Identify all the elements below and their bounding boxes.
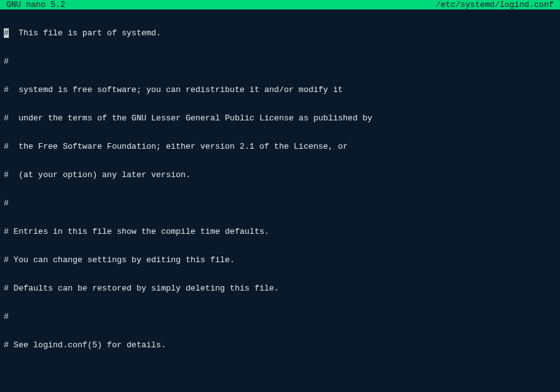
cursor-hash: # <box>4 28 9 38</box>
file-line[interactable]: # the Free Software Foundation; either v… <box>4 142 556 151</box>
file-line[interactable]: # systemd is free software; you can redi… <box>4 85 556 95</box>
comment-text: systemd is free software; you can redist… <box>9 85 343 95</box>
file-line[interactable]: # Defaults can be restored by simply del… <box>4 284 556 293</box>
file-line[interactable]: # <box>4 57 556 66</box>
hash: # <box>4 113 9 123</box>
hash: # <box>4 340 9 350</box>
hash: # <box>4 199 9 208</box>
hash: # <box>4 312 9 321</box>
comment-text: Defaults can be restored by simply delet… <box>9 284 279 293</box>
comment-text: the Free Software Foundation; either ver… <box>9 142 348 151</box>
hash: # <box>4 85 9 95</box>
file-line[interactable]: # See logind.conf(5) for details. <box>4 340 556 350</box>
comment-text: You can change settings by editing this … <box>9 255 235 265</box>
blank-line <box>4 378 556 383</box>
file-line[interactable]: # <box>4 312 556 321</box>
file-line[interactable]: # Entries in this file show the compile … <box>4 227 556 236</box>
hash: # <box>4 255 9 265</box>
file-line[interactable]: # You can change settings by editing thi… <box>4 255 556 265</box>
file-line[interactable]: # under the terms of the GNU Lesser Gene… <box>4 113 556 123</box>
file-line[interactable]: # <box>4 199 556 208</box>
comment-text: (at your option) any later version. <box>9 170 191 180</box>
file-path: /etc/systemd/logind.conf <box>436 0 556 9</box>
hash: # <box>4 142 9 151</box>
file-line[interactable]: # (at your option) any later version. <box>4 170 556 180</box>
hash: # <box>4 227 9 236</box>
file-line[interactable]: # This file is part of systemd. <box>4 28 556 38</box>
comment-text: under the terms of the GNU Lesser Genera… <box>9 113 372 123</box>
hash: # <box>4 57 9 66</box>
comment-text: See logind.conf(5) for details. <box>9 340 166 350</box>
comment-text: This file is part of systemd. <box>9 28 161 38</box>
editor-header: GNU nano 5.2 /etc/systemd/logind.conf <box>0 0 560 9</box>
app-name: GNU nano 5.2 <box>4 0 66 9</box>
hash: # <box>4 170 9 180</box>
editor-content[interactable]: # This file is part of systemd. # # syst… <box>0 9 560 392</box>
comment-text: Entries in this file show the compile ti… <box>9 227 269 236</box>
hash: # <box>4 284 9 293</box>
